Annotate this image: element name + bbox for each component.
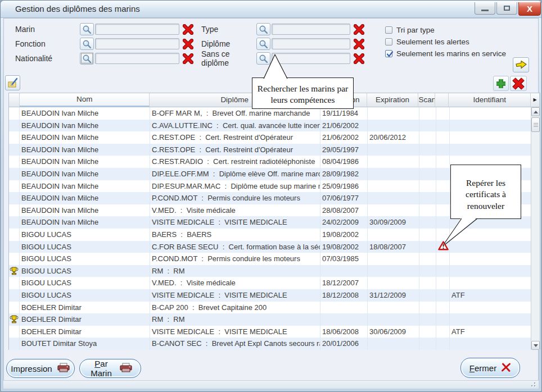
clear-filter-button[interactable] [353, 52, 365, 65]
row-obtention: 08/04/1986 [320, 156, 368, 168]
clear-red-x-icon [354, 39, 364, 49]
checkbox[interactable] [385, 26, 392, 34]
row-diplome: P.COND.MOT : Permis conduire les moteurs [150, 253, 320, 265]
table-row[interactable]: BOUTET Dimitar Stoya B-CANOT SEC : Breve… [9, 338, 540, 350]
par-marin-label: Par Marin [88, 359, 115, 378]
close-icon: X [527, 4, 532, 13]
scroll-up-button[interactable] [531, 107, 540, 116]
row-diplome: DIP.ESUP.MAR.MAC : Diplôme etude sup mar… [150, 180, 320, 193]
clear-filter-button[interactable] [182, 38, 194, 50]
table-row[interactable]: BEAUDOIN Ivan Milche C.REST.OPE : Cert. … [9, 131, 540, 144]
filter-input[interactable] [272, 53, 350, 64]
row-alert-cell [436, 107, 450, 120]
filter-input[interactable] [95, 24, 179, 35]
row-obtention: 18/06/2008 [320, 326, 368, 338]
row-obtention [320, 302, 368, 314]
checkbox[interactable] [385, 38, 392, 45]
minimize-button[interactable] [475, 2, 495, 15]
table-row[interactable]: BEAUDOIN Ivan Milche C.REST.OPE : Cert. … [9, 144, 540, 156]
status-bar [3, 380, 539, 389]
checkbox[interactable] [385, 50, 392, 57]
title-bar[interactable]: Gestion des diplômes des marins [1, 1, 541, 18]
row-expiration [368, 277, 419, 289]
clear-filter-button[interactable] [353, 38, 365, 50]
header-expiration[interactable]: Expiration [367, 93, 419, 107]
row-trophy-cell [9, 265, 20, 277]
scrollbar-thumb[interactable] [531, 117, 540, 132]
row-scan [419, 131, 436, 144]
clear-filter-button[interactable] [353, 23, 365, 35]
table-row[interactable]: BIGOU LUCAS BAERS : BAERS 19/08/2002 [9, 229, 540, 241]
window-controls: X [475, 2, 542, 16]
table-row[interactable]: BEAUDOIN Ivan Milche C.AVA.LUTTE.INC : C… [9, 120, 540, 132]
row-scan [419, 192, 436, 204]
table-row[interactable]: BIGOU LUCAS RM : RM [9, 265, 540, 277]
fermer-button[interactable]: Fermer [460, 358, 520, 378]
row-diplome: P.COND.MOT : Permis conduire les moteurs [150, 192, 320, 204]
row-expiration [368, 302, 419, 314]
row-alert-cell [436, 131, 450, 144]
row-expiration [368, 253, 419, 265]
table-row[interactable]: BOEHLER Dimitar RM : RM [9, 313, 540, 326]
go-arrow-button[interactable] [513, 57, 529, 72]
restore-button[interactable] [496, 2, 517, 15]
search-button[interactable] [256, 52, 270, 65]
header-scan[interactable]: Scan [418, 93, 435, 107]
row-scan [419, 289, 436, 302]
search-icon [82, 25, 92, 34]
row-trophy-cell [9, 204, 20, 217]
clear-filter-button[interactable] [182, 52, 194, 65]
row-scan [419, 326, 436, 338]
header-nom[interactable]: Nom [20, 93, 150, 107]
row-identifiant [450, 277, 532, 289]
row-trophy-cell [9, 229, 20, 241]
filter-input[interactable] [95, 38, 179, 49]
edit-notes-button[interactable] [5, 75, 20, 90]
search-button[interactable] [256, 23, 270, 35]
filter-input[interactable] [95, 53, 179, 64]
filter-row: Marin [15, 23, 194, 35]
row-identifiant [450, 107, 532, 120]
header-identifiant[interactable]: Identifiant [449, 93, 531, 107]
warning-triangle-icon [438, 241, 449, 250]
table-row[interactable]: BIGOU LUCAS VISITE MEDICALE : VISITE MED… [9, 289, 540, 302]
clear-filter-button[interactable] [182, 23, 194, 35]
row-alert-cell [436, 204, 450, 217]
search-button[interactable] [256, 38, 270, 50]
scroll-down-button[interactable] [531, 341, 540, 350]
row-expiration: 18/08/2007 [368, 241, 419, 253]
row-scan [419, 229, 436, 241]
filter-row: Sans ce diplôme [201, 52, 365, 65]
row-nom: BEAUDOIN Ivan Milche [20, 204, 150, 217]
filter-input[interactable] [272, 38, 350, 49]
row-identifiant [450, 131, 532, 144]
impression-button[interactable]: Impression [6, 359, 75, 378]
trophy-icon [10, 267, 19, 275]
table-row[interactable]: BEAUDOIN Ivan Milche B-OFF MAR M, : Brev… [9, 107, 540, 120]
row-scan [419, 144, 436, 156]
close-button[interactable]: X [518, 2, 541, 16]
row-nom: BOEHLER Dimitar [20, 326, 150, 338]
par-marin-button[interactable]: Par Marin [79, 359, 141, 378]
filter-label: Diplôme [201, 39, 256, 48]
table-row[interactable]: BIGOU LUCAS C.FOR BASE SECU : Cert. form… [9, 241, 540, 253]
add-button[interactable] [493, 76, 509, 91]
table-row[interactable]: BOEHLER Dimitar B-CAP 200 : Brevet Capit… [9, 302, 540, 314]
row-expiration [368, 180, 419, 193]
row-scan [419, 265, 436, 277]
row-diplome: C.FOR BASE SECU : Cert. formation base à… [150, 241, 320, 253]
table-row[interactable]: BIGOU LUCAS V.MED. : Visite médicale 18/… [9, 277, 540, 289]
search-button[interactable] [80, 38, 94, 50]
table-row[interactable]: BIGOU LUCAS P.COND.MOT : Permis conduire… [9, 253, 540, 265]
search-icon [259, 25, 268, 34]
search-button[interactable] [80, 52, 94, 65]
row-obtention [320, 265, 368, 277]
table-row[interactable]: BOEHLER Dimitar VISITE MEDICALE : VISITE… [9, 326, 540, 338]
row-identifiant [450, 302, 532, 314]
header-nav-arrow[interactable]: ▶ [531, 93, 540, 107]
vertical-scrollbar[interactable] [531, 107, 540, 350]
delete-button[interactable] [510, 76, 527, 91]
resize-grip[interactable] [529, 381, 535, 386]
filter-input[interactable] [272, 24, 350, 35]
search-button[interactable] [80, 23, 94, 35]
